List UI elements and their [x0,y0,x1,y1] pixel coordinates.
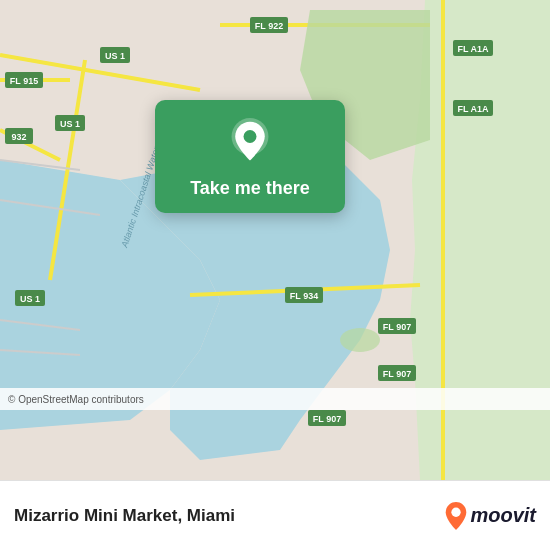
map-container: FL 922 FL A1A FL A1A US 1 FL 915 US 1 93… [0,0,550,480]
place-name: Mizarrio Mini Market, Miami [14,506,435,526]
moovit-pin-icon [445,502,467,530]
moovit-logo: moovit [445,502,536,530]
svg-text:US 1: US 1 [105,51,125,61]
svg-text:FL A1A: FL A1A [457,104,489,114]
popup-label: Take me there [190,178,310,199]
svg-text:FL 922: FL 922 [255,21,283,31]
attribution-bar: © OpenStreetMap contributors [0,388,550,410]
location-pin-icon [226,118,274,166]
svg-text:US 1: US 1 [20,294,40,304]
svg-point-38 [340,328,380,352]
svg-text:FL A1A: FL A1A [457,44,489,54]
popup-card[interactable]: Take me there [155,100,345,213]
svg-point-45 [244,130,257,143]
bottom-bar: Mizarrio Mini Market, Miami moovit [0,480,550,550]
attribution-text: © OpenStreetMap contributors [8,394,144,405]
svg-text:FL 907: FL 907 [383,369,411,379]
svg-text:FL 907: FL 907 [313,414,341,424]
svg-point-46 [452,507,461,516]
svg-text:FL 915: FL 915 [10,76,38,86]
svg-text:FL 934: FL 934 [290,291,318,301]
svg-text:US 1: US 1 [60,119,80,129]
svg-text:932: 932 [11,132,26,142]
svg-text:FL 907: FL 907 [383,322,411,332]
moovit-text: moovit [470,504,536,527]
